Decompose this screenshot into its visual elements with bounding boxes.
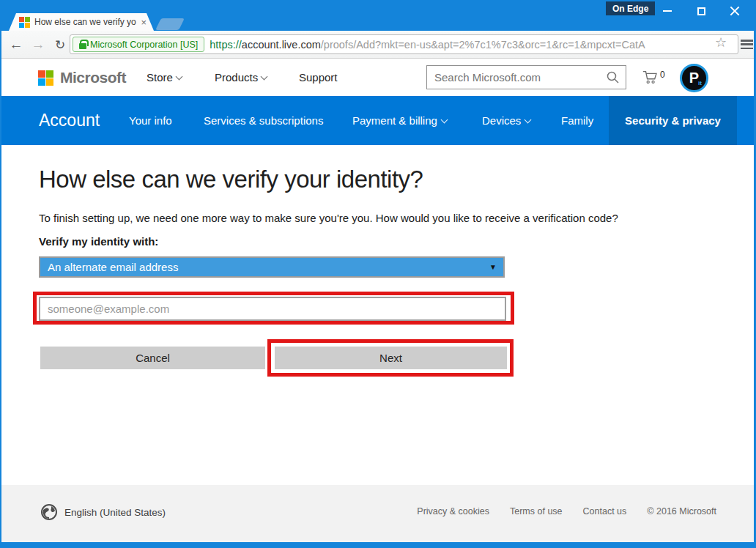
terms-of-use-link[interactable]: Terms of use xyxy=(510,506,563,516)
header-nav-support[interactable]: Support xyxy=(299,59,338,96)
nav-services-subscriptions[interactable]: Services & subscriptions xyxy=(204,96,323,145)
family-label: Family xyxy=(561,114,593,127)
nav-devices[interactable]: Devices xyxy=(482,96,530,145)
reload-button[interactable]: ↻ xyxy=(50,31,70,59)
chevron-down-icon xyxy=(525,116,532,123)
titlebar: How else can we verify yo × On Edge xyxy=(0,0,756,31)
page-title: How else can we verify your identity? xyxy=(39,166,423,193)
cert-name: Microsoft Corporation [US] xyxy=(90,40,198,50)
browser-toolbar: ← → ↻ Microsoft Corporation [US] https:/… xyxy=(0,31,756,59)
avatar[interactable]: P it xyxy=(680,64,708,92)
window-controls xyxy=(651,0,752,22)
nav-family[interactable]: Family xyxy=(561,96,593,145)
main-content: How else can we verify your identity? To… xyxy=(0,145,756,485)
cancel-button[interactable]: Cancel xyxy=(40,347,265,369)
url-path: /proofs/Add?mkt=en-us&apt=2%7c1%7c3&orc=… xyxy=(321,39,645,51)
your-info-label: Your info xyxy=(129,114,172,127)
bookmark-star-icon[interactable]: ☆ xyxy=(715,36,727,49)
contact-us-link[interactable]: Contact us xyxy=(583,506,627,516)
search-box[interactable] xyxy=(426,65,626,89)
url-domain: account.live.com xyxy=(242,39,321,51)
header-nav-store[interactable]: Store xyxy=(147,59,182,96)
verify-label: Verify my identity with: xyxy=(39,235,158,248)
store-label: Store xyxy=(147,71,173,84)
footer-links: Privacy & cookies Terms of use Contact u… xyxy=(417,506,716,516)
on-edge-badge: On Edge xyxy=(606,1,655,15)
close-icon xyxy=(730,6,740,16)
search-input[interactable] xyxy=(434,71,606,84)
next-highlight-box: Next xyxy=(267,339,514,377)
minimize-icon xyxy=(663,10,672,12)
microsoft-wordmark: Microsoft xyxy=(60,69,126,86)
chevron-down-icon xyxy=(261,73,268,80)
privacy-cookies-link[interactable]: Privacy & cookies xyxy=(417,506,489,516)
email-field[interactable] xyxy=(39,297,506,321)
forward-button[interactable]: → xyxy=(28,31,48,59)
tab-title: How else can we verify yo xyxy=(34,17,136,27)
close-button[interactable] xyxy=(718,0,752,22)
services-label: Services & subscriptions xyxy=(204,114,323,127)
url-text: https://account.live.com/proofs/Add?mkt=… xyxy=(210,39,645,51)
email-highlight-box xyxy=(33,292,514,325)
new-tab-button[interactable] xyxy=(155,18,185,30)
chevron-down-icon xyxy=(175,73,182,80)
language-label: English (United States) xyxy=(64,507,166,518)
back-button[interactable]: ← xyxy=(6,31,26,59)
browser-menu-icon[interactable] xyxy=(741,40,753,49)
search-icon[interactable] xyxy=(606,70,620,84)
maximize-icon xyxy=(697,7,705,15)
page-description: To finish setting up, we need one more w… xyxy=(39,212,618,224)
account-nav: Account Your info Services & subscriptio… xyxy=(0,96,756,145)
cart-count: 0 xyxy=(660,70,665,80)
nav-payment-billing[interactable]: Payment & billing xyxy=(352,96,447,145)
payment-label: Payment & billing xyxy=(352,114,437,127)
cart-button[interactable]: 0 xyxy=(642,69,665,85)
dropdown-arrow-icon: ▼ xyxy=(489,263,497,271)
microsoft-favicon-icon xyxy=(19,17,30,28)
window-border-left xyxy=(0,31,1,542)
avatar-sub-text: it xyxy=(698,80,702,86)
tab-close-icon[interactable]: × xyxy=(141,18,147,27)
next-button[interactable]: Next xyxy=(275,347,507,369)
language-selector[interactable]: English (United States) xyxy=(40,503,166,521)
account-brand[interactable]: Account xyxy=(39,96,100,145)
devices-label: Devices xyxy=(482,114,521,127)
window-border-bottom xyxy=(0,542,756,548)
nav-your-info[interactable]: Your info xyxy=(129,96,172,145)
address-bar[interactable]: Microsoft Corporation [US] https://accou… xyxy=(70,34,738,54)
verify-method-dropdown[interactable]: An alternate email address ▼ xyxy=(39,256,505,278)
ev-cert-chip[interactable]: Microsoft Corporation [US] xyxy=(73,37,204,52)
page-footer: English (United States) Privacy & cookie… xyxy=(0,485,756,542)
chevron-down-icon xyxy=(440,116,448,123)
header-nav-products[interactable]: Products xyxy=(215,59,267,96)
products-label: Products xyxy=(215,71,258,84)
support-label: Support xyxy=(299,71,338,84)
lock-icon xyxy=(79,43,86,49)
cart-icon xyxy=(642,69,658,85)
browser-tab[interactable]: How else can we verify yo × xyxy=(9,13,154,31)
microsoft-logo-icon xyxy=(38,70,53,86)
copyright-text: © 2016 Microsoft xyxy=(647,506,716,516)
microsoft-logo[interactable]: Microsoft xyxy=(38,69,126,86)
browser-window: How else can we verify yo × On Edge ← → … xyxy=(0,0,756,548)
minimize-button[interactable] xyxy=(651,0,684,22)
url-scheme: https:// xyxy=(210,39,242,51)
microsoft-header: Microsoft Store Products Support xyxy=(0,59,756,96)
security-privacy-label: Security & privacy xyxy=(625,114,721,127)
dropdown-value: An alternate email address xyxy=(48,261,178,273)
nav-security-privacy[interactable]: Security & privacy xyxy=(609,96,737,145)
maximize-button[interactable] xyxy=(684,0,718,22)
globe-icon xyxy=(40,503,58,521)
